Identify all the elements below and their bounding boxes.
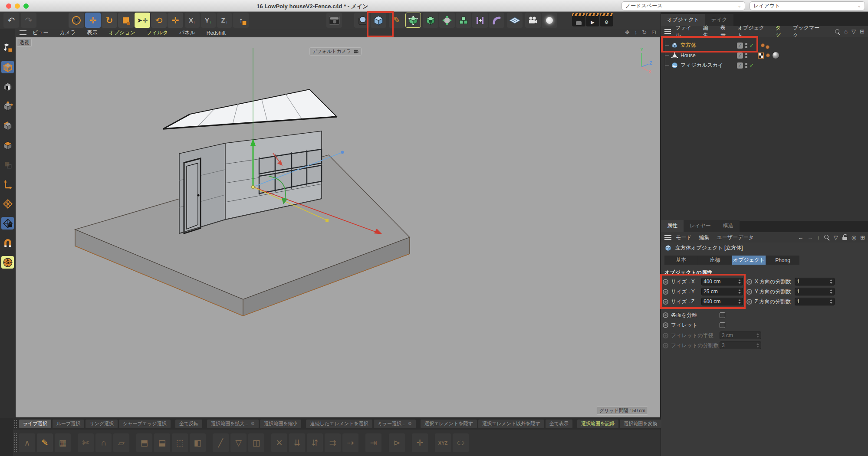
keyframe-dot-icon[interactable] [663,312,668,318]
snap-magnet-button[interactable] [1,236,14,249]
polygon-pen-icon[interactable]: ✎ [37,433,53,452]
size-z-input[interactable]: 600 cm [701,298,743,305]
polygons-mode-button[interactable] [1,139,14,151]
knife-tool-icon[interactable]: ✄ [78,433,94,452]
triangulate-icon[interactable]: ▽ [230,433,247,452]
keyframe-dot-icon[interactable] [746,299,752,305]
zoom-view-icon[interactable]: ↕ [635,29,638,36]
matrix-extrude-icon[interactable]: ⬚ [172,433,188,452]
invert-all-button[interactable]: 全て反転 [175,420,202,428]
camera-label[interactable]: デフォルトカメラ [309,47,362,56]
workplane-button[interactable] [1,197,14,210]
set-selection-button[interactable]: 選択範囲を記録 [577,420,618,428]
modeling-tool-icon[interactable]: ⇵ [307,433,323,452]
tag-icon[interactable] [766,45,769,49]
spline-primitives-button[interactable] [354,13,370,28]
section-tab-object[interactable]: オブジェクト [732,256,766,265]
lock-x-axis-button[interactable]: X↓ [185,13,200,28]
tab-structure[interactable]: 構造 [717,220,740,232]
stitch-sew-icon[interactable]: ⇊ [289,433,305,452]
object-row-cube[interactable]: 立方体 ∕ ✓ [661,40,868,50]
model-mode-button[interactable] [1,61,14,73]
search-icon[interactable] [835,29,840,35]
iron-tool-icon[interactable]: ▱ [113,433,129,452]
texture-tag-icon[interactable] [758,52,764,59]
vp-menu-options[interactable]: オプション [108,29,135,36]
keyframe-dot-icon[interactable] [663,299,668,305]
fillet-checkbox[interactable] [720,322,725,328]
vp-menu-display[interactable]: 表示 [87,29,97,36]
tab-attributes[interactable]: 属性 [661,220,684,232]
stepper-icon[interactable] [738,289,741,294]
segments-z-input[interactable]: 1 [795,298,835,305]
points-mode-button[interactable] [1,100,14,112]
layer-toggle-icon[interactable]: ∕ [737,62,743,69]
grow-selection-button[interactable]: 選択範囲を拡大...⚙ [207,420,259,428]
am-menu-edit[interactable]: 編集 [699,234,710,241]
texture-mode-button[interactable] [1,80,14,93]
cluster-button[interactable] [439,13,455,28]
object-toggles[interactable]: ∕ ✓ [737,42,769,49]
forward-arrow-icon[interactable]: → [807,234,813,241]
convert-selection-button[interactable]: 選択範囲を変換 [620,420,661,428]
object-name[interactable]: フィジカルスカイ [681,62,723,69]
pan-view-icon[interactable]: ✥ [625,29,630,36]
render-to-picture-viewer-button[interactable]: ▶ [586,13,599,26]
redo-button[interactable]: ↷ [21,13,36,28]
keyframe-dot-icon[interactable] [663,322,668,328]
magnet-tool-icon[interactable]: ∩ [95,433,112,452]
viewport-3d[interactable]: 透視 デフォルトカメラ グリッド間隔 : 50 cm Y Z X [15,37,661,418]
ring-selection-button[interactable]: リング選択 [85,420,118,428]
stepper-icon[interactable] [830,279,832,284]
rotate-view-icon[interactable]: ↻ [642,29,647,36]
axis-move-tool[interactable]: ✛ [168,13,183,28]
coordinate-system-button[interactable]: ↑ [233,13,249,28]
object-row-physical-sky[interactable]: フィジカルスカイ ∕ ✓ [661,60,868,70]
hide-selected-button[interactable]: 選択エレメントを隠す [421,420,477,428]
back-arrow-icon[interactable]: ← [798,234,803,241]
lock-z-axis-button[interactable]: Z↓ [217,13,232,28]
cube-primitive-button[interactable] [371,13,386,28]
keyframe-dot-icon[interactable] [746,279,752,285]
modeling-tool-icon[interactable]: ⇢ [342,433,358,452]
xyz-axis-icon[interactable]: XYZ [435,433,451,452]
render-settings-button[interactable]: ⚙ [600,13,613,26]
modeling-tool-icon[interactable]: ⇉ [325,433,341,452]
light-object-button[interactable] [542,13,557,28]
size-y-input[interactable]: 25 cm [701,288,743,295]
object-row-house[interactable]: House ∕ [661,50,868,60]
am-menu-mode[interactable]: モード [676,234,692,241]
move-xyz-icon[interactable]: ✛ [412,433,428,452]
render-in-viewport-button[interactable] [572,13,585,26]
modeling-tool-icon[interactable]: ⬭ [453,433,469,452]
enabled-check-icon[interactable]: ✓ [750,43,754,49]
section-tab-basic[interactable]: 基本 [664,256,698,265]
undo-button[interactable]: ↶ [3,13,19,28]
section-tab-coordinates[interactable]: 座標 [698,256,732,265]
keyframe-dot-icon[interactable] [663,289,668,295]
home-icon[interactable]: ⌂ [844,28,848,35]
visibility-dots-icon[interactable] [745,53,747,58]
weld-tool-icon[interactable]: ✕ [271,433,287,452]
tweak-mode-button[interactable]: ➤✛ [135,13,150,28]
lock-y-axis-button[interactable]: Y↓ [201,13,216,28]
rotate-tool[interactable]: ↻ [102,13,117,28]
segments-x-input[interactable]: 1 [795,278,835,285]
camera-object-button[interactable] [525,13,541,28]
scale-tool[interactable] [118,13,134,28]
menu-icon[interactable] [664,29,671,34]
live-selection-button[interactable]: ライブ選択 [19,420,51,428]
vp-menu-camera[interactable]: カメラ [60,29,76,36]
material-thumbnail[interactable] [772,52,779,59]
target-icon[interactable]: ◎ [852,234,856,241]
axis-mode-button[interactable] [1,178,14,190]
mirror-tool-icon[interactable]: ⊳ [389,433,405,452]
tag-icon[interactable] [761,43,765,47]
move-tool[interactable]: ✛ [85,13,101,28]
vp-menu-redshift[interactable]: Redshift [207,30,226,36]
size-x-input[interactable]: 400 cm [701,278,743,285]
mirror-selection-button[interactable]: ミラー選択...⚙ [374,420,416,428]
viewport-pane-controls[interactable]: ✥ ↕ ↻ ⊡ [625,29,656,36]
menu-icon[interactable] [664,235,671,240]
segments-y-input[interactable]: 1 [795,288,835,295]
